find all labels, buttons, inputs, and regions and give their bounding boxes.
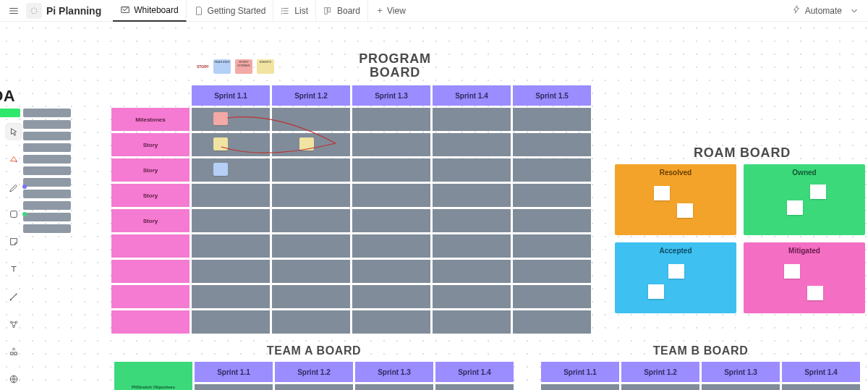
sprint-header[interactable]: Sprint 1.3 (702, 362, 780, 382)
tool-text[interactable] (5, 260, 22, 278)
agenda-item[interactable] (23, 132, 71, 140)
board-cell[interactable] (352, 209, 430, 232)
sprint-header[interactable]: Sprint 1.2 (275, 362, 353, 382)
board-cell[interactable] (192, 133, 270, 156)
agenda-item[interactable] (0, 109, 20, 117)
tool-network[interactable] (5, 315, 22, 333)
board-cell[interactable] (513, 158, 591, 182)
row-label[interactable]: Story (111, 184, 190, 207)
board-cell[interactable] (513, 209, 591, 232)
board-cell[interactable] (192, 158, 270, 182)
tool-pointer[interactable] (5, 123, 22, 140)
row-label[interactable] (111, 285, 190, 308)
tab-getting-started[interactable]: Getting Started (187, 0, 274, 22)
board-cell[interactable] (192, 108, 270, 131)
tab-board[interactable]: Board (316, 0, 368, 22)
board-cell[interactable] (192, 260, 270, 283)
board-cell[interactable] (352, 310, 430, 334)
tool-connector[interactable] (5, 288, 22, 305)
menu-button[interactable] (6, 3, 22, 19)
board-cell[interactable] (782, 384, 860, 390)
agenda-item[interactable] (23, 109, 71, 117)
board-cell[interactable] (272, 184, 350, 207)
tool-web[interactable] (5, 370, 22, 388)
whiteboard-canvas[interactable]: NDA STORY FEATURES STORY STORIES EVENTS … (0, 22, 868, 390)
board-cell[interactable] (192, 285, 270, 308)
board-cell[interactable] (272, 133, 350, 156)
sprint-header[interactable]: Sprint 1.5 (513, 85, 591, 106)
board-cell[interactable] (352, 184, 430, 207)
board-cell[interactable] (433, 133, 511, 156)
board-cell[interactable] (355, 384, 433, 390)
board-cell[interactable] (433, 209, 511, 232)
chevron-down-icon[interactable] (846, 3, 862, 19)
row-label[interactable] (111, 310, 190, 334)
sticky-note[interactable] (668, 264, 684, 279)
row-label[interactable]: Story (111, 133, 190, 156)
agenda-item[interactable] (23, 155, 71, 164)
board-cell[interactable] (352, 234, 430, 258)
agenda-item[interactable] (23, 201, 71, 210)
sprint-header[interactable]: Sprint 1.4 (435, 362, 514, 382)
board-cell[interactable] (272, 285, 350, 308)
legend-chip-features[interactable]: FEATURES (213, 59, 231, 74)
add-view-button[interactable]: ＋ View (368, 4, 413, 17)
board-cell[interactable] (192, 184, 270, 207)
board-cell[interactable] (272, 158, 350, 182)
board-cell[interactable] (195, 384, 273, 390)
board-cell[interactable] (702, 384, 780, 390)
roam-accepted[interactable]: Accepted (615, 242, 736, 313)
board-cell[interactable] (433, 108, 511, 131)
sticky-note[interactable] (213, 137, 228, 151)
agenda-item[interactable] (23, 190, 71, 198)
sprint-header[interactable]: Sprint 1.1 (195, 362, 273, 382)
board-cell[interactable] (275, 384, 353, 390)
sticky-note[interactable] (213, 112, 228, 125)
app-icon[interactable] (26, 3, 42, 19)
row-label[interactable]: Milestones (111, 108, 190, 131)
board-cell[interactable] (513, 234, 591, 258)
board-cell[interactable] (352, 260, 430, 283)
sticky-note[interactable] (654, 186, 670, 200)
board-cell[interactable] (272, 209, 350, 232)
legend-chip-events[interactable]: EVENTS (257, 59, 274, 74)
agenda-item[interactable] (23, 224, 71, 233)
board-cell[interactable] (541, 384, 619, 390)
board-cell[interactable] (433, 285, 511, 308)
sprint-header[interactable]: Sprint 1.4 (433, 85, 511, 106)
tool-widgets[interactable] (5, 343, 22, 360)
sticky-note[interactable] (648, 284, 664, 299)
tool-sticky[interactable] (5, 233, 22, 250)
board-cell[interactable] (433, 234, 511, 258)
sticky-note[interactable] (213, 163, 228, 176)
board-cell[interactable] (192, 209, 270, 232)
automate-button[interactable]: Automate (791, 4, 842, 17)
board-cell[interactable] (433, 158, 511, 182)
sprint-header[interactable]: Sprint 1.1 (541, 362, 619, 382)
agenda-item[interactable] (23, 213, 71, 221)
sticky-note[interactable] (810, 185, 826, 199)
legend-chip-stories[interactable]: STORY STORIES (235, 59, 252, 74)
sticky-note[interactable] (784, 264, 800, 279)
board-cell[interactable] (513, 310, 591, 334)
sprint-header[interactable]: Sprint 1.4 (782, 362, 860, 382)
row-label[interactable] (111, 234, 190, 258)
agenda-item[interactable] (23, 178, 71, 187)
agenda-item[interactable] (23, 166, 71, 175)
roam-mitigated[interactable]: Mitigated (744, 242, 865, 313)
agenda-item[interactable] (23, 120, 71, 129)
tool-shape[interactable] (5, 205, 22, 223)
sprint-header[interactable]: Sprint 1.3 (355, 362, 433, 382)
agenda-item[interactable] (23, 143, 71, 152)
board-cell[interactable] (621, 384, 699, 390)
sprint-header[interactable]: Sprint 1.1 (192, 85, 270, 106)
board-cell[interactable] (272, 260, 350, 283)
board-cell[interactable] (352, 285, 430, 308)
board-cell[interactable] (513, 108, 591, 131)
board-cell[interactable] (352, 158, 430, 182)
board-cell[interactable] (272, 234, 350, 258)
row-label[interactable]: Story (111, 209, 190, 232)
board-cell[interactable] (513, 260, 591, 283)
tool-pen[interactable] (5, 178, 22, 195)
board-cell[interactable] (352, 108, 430, 131)
